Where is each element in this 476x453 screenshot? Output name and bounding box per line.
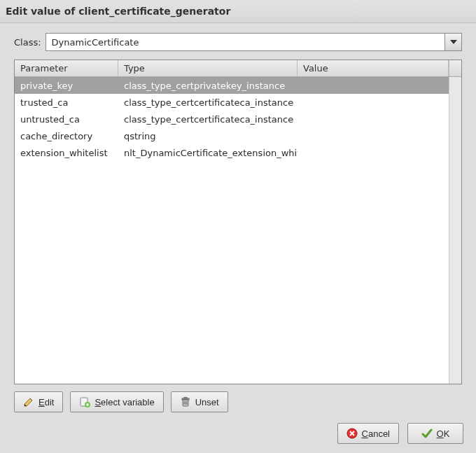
- dialog-content: Class: DynamicCertificate Parameter Type…: [0, 23, 476, 419]
- trash-icon: [180, 396, 191, 407]
- col-header-parameter[interactable]: Parameter: [15, 60, 118, 76]
- cancel-button-label: Cancel: [362, 428, 390, 439]
- cell-parameter: private_key: [15, 81, 118, 91]
- dialog-footer: Cancel OK: [0, 419, 476, 453]
- cell-type: nlt_DynamicCertificate_extension_whiteli…: [118, 148, 298, 158]
- ok-button-label: OK: [437, 428, 450, 439]
- dialog-window: Edit value of client_certificate_generat…: [0, 0, 476, 453]
- titlebar: Edit value of client_certificate_generat…: [0, 0, 476, 23]
- table-header-row: Parameter Type Value: [15, 60, 461, 77]
- window-title: Edit value of client_certificate_generat…: [6, 6, 230, 17]
- class-combobox-dropdown-button[interactable]: [444, 34, 461, 50]
- table-row[interactable]: trusted_caclass_type_certcertificateca_i…: [15, 94, 449, 111]
- svg-rect-4: [184, 398, 187, 399]
- col-header-scroll-spacer: [449, 60, 461, 76]
- class-row: Class: DynamicCertificate: [14, 33, 462, 51]
- class-combobox[interactable]: DynamicCertificate: [46, 33, 462, 51]
- cell-type: class_type_certprivatekey_instance: [118, 81, 298, 91]
- unset-button-label: Unset: [195, 397, 219, 407]
- cancel-button[interactable]: Cancel: [337, 423, 399, 444]
- table-row[interactable]: extension_whitelistnlt_DynamicCertificat…: [15, 144, 449, 161]
- pencil-icon: [23, 396, 34, 407]
- ok-check-icon: [421, 428, 433, 439]
- add-variable-icon: [79, 396, 90, 407]
- table-rows-container: private_keyclass_type_certprivatekey_ins…: [15, 77, 449, 384]
- chevron-down-icon: [450, 40, 457, 44]
- select-variable-button[interactable]: Select variable: [70, 391, 163, 412]
- parameter-table: Parameter Type Value private_keyclass_ty…: [14, 60, 462, 384]
- cell-parameter: cache_directory: [15, 131, 118, 141]
- table-body: private_keyclass_type_certprivatekey_ins…: [15, 77, 461, 384]
- cell-parameter: extension_whitelist: [15, 148, 118, 158]
- table-row[interactable]: untrusted_caclass_type_certcertificateca…: [15, 111, 449, 127]
- cell-type: qstring: [118, 131, 298, 141]
- col-header-value[interactable]: Value: [298, 60, 449, 76]
- select-variable-button-label: Select variable: [94, 397, 154, 407]
- cell-type: class_type_certcertificateca_instance: [118, 97, 298, 108]
- class-label: Class:: [14, 37, 41, 48]
- col-header-type[interactable]: Type: [118, 60, 298, 76]
- edit-button[interactable]: Edit: [14, 391, 63, 412]
- table-row[interactable]: private_keyclass_type_certprivatekey_ins…: [15, 77, 449, 94]
- cell-parameter: trusted_ca: [15, 97, 118, 108]
- unset-button[interactable]: Unset: [171, 391, 228, 412]
- action-button-row: Edit Select variable: [14, 391, 462, 412]
- cell-type: class_type_certcertificateca_instance: [118, 114, 298, 125]
- ok-button[interactable]: OK: [407, 423, 463, 444]
- edit-button-label: Edit: [38, 397, 54, 407]
- cancel-icon: [346, 428, 358, 439]
- cell-parameter: untrusted_ca: [15, 114, 118, 125]
- table-row[interactable]: cache_directoryqstring: [15, 127, 449, 144]
- class-combobox-value: DynamicCertificate: [46, 34, 444, 50]
- vertical-scrollbar[interactable]: [449, 77, 461, 384]
